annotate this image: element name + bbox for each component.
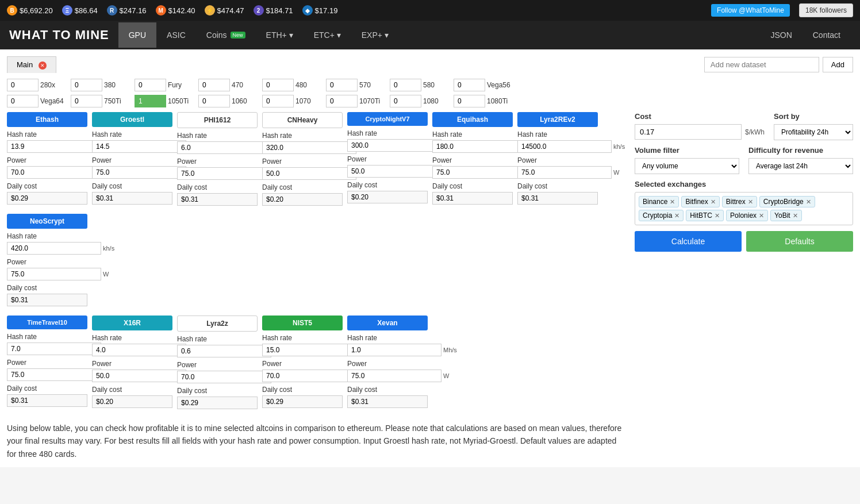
- algo-phi1612-button[interactable]: PHI1612: [177, 112, 258, 128]
- cnv7-hashrate-input[interactable]: [347, 139, 441, 152]
- gpu-1050ti-input[interactable]: [135, 95, 166, 107]
- exchange-poloniex-remove[interactable]: ✕: [759, 212, 764, 220]
- gpu-1070ti-input[interactable]: [326, 95, 358, 107]
- nav-exp-plus[interactable]: EXP+ ▾: [351, 22, 399, 48]
- exchange-cryptobridge-remove[interactable]: ✕: [806, 198, 811, 206]
- cnv7-dailycost-input[interactable]: [347, 191, 428, 203]
- gpu-580-label: 580: [423, 81, 449, 89]
- gpu-1080ti-input[interactable]: [454, 95, 485, 107]
- xevan-power-input[interactable]: [347, 370, 441, 382]
- algo-nist5-button[interactable]: NIST5: [262, 316, 343, 330]
- x16r-hashrate-input[interactable]: [92, 344, 186, 356]
- cnheavy-power-input[interactable]: [262, 167, 356, 180]
- nav-coins[interactable]: Coins New: [196, 22, 256, 48]
- gpu-1060: 1060: [198, 95, 258, 107]
- exchange-bitfinex-remove[interactable]: ✕: [711, 198, 716, 206]
- gpu-1080-input[interactable]: [390, 95, 421, 107]
- gpu-750ti-input[interactable]: [71, 95, 102, 107]
- ethash-power-input[interactable]: [7, 166, 101, 179]
- gpu-vega64-input[interactable]: [7, 95, 39, 107]
- main-tab[interactable]: Main ✕: [7, 56, 56, 73]
- equihash-dailycost-group: Daily cost: [432, 182, 513, 205]
- exchange-bittrex-remove[interactable]: ✕: [748, 198, 753, 206]
- nist5-dailycost-input[interactable]: [262, 395, 343, 408]
- add-dataset-input[interactable]: [704, 57, 819, 72]
- gpu-380-input[interactable]: [71, 79, 102, 91]
- lyra2rev2-dailycost-input[interactable]: [517, 192, 598, 205]
- sort-select[interactable]: Profitability 24h: [774, 124, 853, 140]
- nav-contact[interactable]: Contact: [803, 22, 851, 48]
- algo-cnheavy-button[interactable]: CNHeavy: [262, 112, 343, 128]
- nav-json[interactable]: JSON: [760, 22, 802, 48]
- nav-etc-plus[interactable]: ETC+ ▾: [304, 22, 351, 48]
- tt10-power-input[interactable]: [7, 368, 101, 381]
- difficulty-select[interactable]: Average last 24h: [748, 158, 853, 174]
- xevan-hashrate-input[interactable]: [347, 344, 441, 356]
- neoscrypt-hashrate-input[interactable]: [7, 242, 101, 255]
- lyra2z-dailycost-input[interactable]: [177, 397, 258, 409]
- exchange-binance-remove[interactable]: ✕: [670, 198, 675, 206]
- nist5-hashrate-input[interactable]: [262, 344, 356, 356]
- nav-eth-plus[interactable]: ETH+ ▾: [256, 22, 304, 48]
- gpu-280x-input[interactable]: [7, 79, 39, 91]
- tab-close-icon[interactable]: ✕: [39, 61, 47, 70]
- cnheavy-dailycost-input[interactable]: [262, 193, 343, 206]
- algo-equihash-button[interactable]: Equihash: [432, 112, 513, 127]
- gpu-470-input[interactable]: [198, 79, 230, 91]
- gpu-480-input[interactable]: [262, 79, 294, 91]
- gpu-570: 570: [326, 79, 385, 91]
- algo-neoscrypt-button[interactable]: NeoScrypt: [7, 214, 87, 229]
- groestl-dailycost-input[interactable]: [92, 192, 172, 205]
- neoscrypt-power-input[interactable]: [7, 268, 101, 280]
- cost-input[interactable]: [635, 124, 742, 140]
- exchange-cryptopia-remove[interactable]: ✕: [674, 212, 679, 220]
- lyra2rev2-hashrate-input[interactable]: [517, 140, 612, 153]
- algo-ethash-button[interactable]: Ethash: [7, 112, 87, 127]
- equihash-dailycost-input[interactable]: [432, 192, 513, 205]
- lyra2z-power-input[interactable]: [177, 371, 271, 383]
- xevan-dailycost-input[interactable]: [347, 395, 428, 408]
- tt10-hashrate-input[interactable]: [7, 343, 101, 355]
- cnv7-power-input[interactable]: [347, 165, 441, 178]
- algo-timetravel10-button[interactable]: TimeTravel10: [7, 316, 87, 329]
- gpu-1070-input[interactable]: [262, 95, 294, 107]
- ethash-dailycost-input[interactable]: [7, 192, 87, 205]
- gpu-1080ti-label: 1080Ti: [487, 97, 513, 105]
- groestl-power-input[interactable]: [92, 166, 186, 179]
- equihash-power-input[interactable]: [432, 166, 527, 179]
- neoscrypt-dailycost-input[interactable]: [7, 294, 87, 306]
- nist5-power-input[interactable]: [262, 370, 356, 382]
- ethash-hashrate-input[interactable]: [7, 140, 101, 153]
- algo-xevan-button[interactable]: Xevan: [347, 316, 428, 330]
- gpu-580-input[interactable]: [390, 79, 421, 91]
- gpu-1060-input[interactable]: [198, 95, 230, 107]
- cnheavy-hashrate-input[interactable]: [262, 141, 356, 154]
- volume-select[interactable]: Any volume: [635, 158, 739, 174]
- phi1612-hashrate-input[interactable]: [177, 141, 271, 154]
- gpu-vega56-input[interactable]: [454, 79, 485, 91]
- algo-lyra2z-button[interactable]: Lyra2z: [177, 316, 258, 332]
- groestl-hashrate-input[interactable]: [92, 140, 186, 153]
- nav-asic[interactable]: ASIC: [156, 22, 196, 48]
- equihash-hashrate-input[interactable]: [432, 140, 527, 153]
- phi1612-dailycost-input[interactable]: [177, 193, 258, 206]
- lyra2z-hashrate-input[interactable]: [177, 345, 271, 357]
- tt10-dailycost-input[interactable]: [7, 394, 87, 407]
- nav-gpu[interactable]: GPU: [118, 22, 156, 48]
- x16r-dailycost-input[interactable]: [92, 395, 172, 408]
- calculate-button[interactable]: Calculate: [635, 231, 742, 252]
- algo-groestl-button[interactable]: Groestl: [92, 112, 172, 127]
- defaults-button[interactable]: Defaults: [746, 231, 853, 252]
- algo-cryptonightv7-button[interactable]: CryptoNightV7: [347, 112, 428, 126]
- exchange-yobit-remove[interactable]: ✕: [793, 212, 798, 220]
- gpu-570-input[interactable]: [326, 79, 358, 91]
- follow-button[interactable]: Follow @WhatToMine: [711, 4, 790, 17]
- lyra2rev2-power-input[interactable]: [517, 166, 612, 179]
- gpu-fury-input[interactable]: [135, 79, 166, 91]
- add-dataset-button[interactable]: Add: [823, 57, 853, 72]
- exchange-hitbtc-remove[interactable]: ✕: [715, 212, 720, 220]
- algo-x16r-button[interactable]: X16R: [92, 316, 172, 330]
- phi1612-power-input[interactable]: [177, 167, 271, 180]
- x16r-power-input[interactable]: [92, 370, 186, 382]
- algo-lyra2rev2-button[interactable]: Lyra2REv2: [517, 112, 598, 127]
